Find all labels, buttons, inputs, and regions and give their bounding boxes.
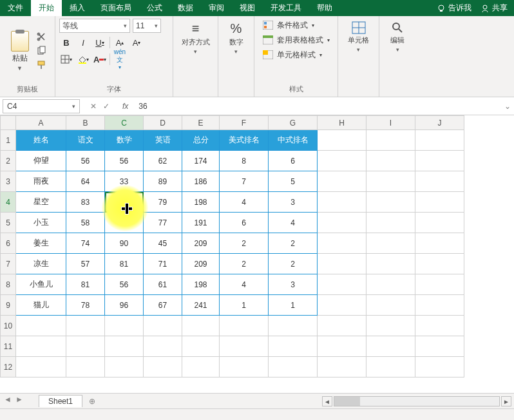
cell[interactable]: 8 [220,151,269,171]
cell[interactable] [105,357,144,377]
cancel-formula-icon[interactable]: ✕ [90,102,97,111]
cell[interactable]: 小玉 [16,213,66,233]
cell[interactable]: 241 [182,295,220,316]
cell[interactable] [415,295,464,316]
cell[interactable]: 89 [144,171,182,192]
cell[interactable]: 2 [269,254,318,274]
cell[interactable]: 英语 [144,130,182,151]
cell[interactable] [366,295,415,316]
cell[interactable]: 1 [269,295,318,316]
cell[interactable] [366,151,415,171]
tab-help[interactable]: 帮助 [309,0,340,16]
cell[interactable]: 198 [182,274,220,295]
cell[interactable] [415,336,464,357]
cell[interactable]: 星空 [16,192,66,213]
cell[interactable] [105,316,144,336]
cell[interactable]: 4 [220,192,269,213]
cell[interactable] [415,357,464,377]
cell[interactable] [415,171,464,192]
row-header[interactable]: 11 [1,336,16,357]
cell[interactable]: 96 [105,295,144,316]
scroll-right-icon[interactable]: ► [501,396,511,406]
cell[interactable]: 64 [66,171,105,192]
row-header[interactable]: 6 [1,233,16,254]
cell[interactable] [366,254,415,274]
cell[interactable] [318,336,366,357]
row-header[interactable]: 8 [1,274,16,295]
row-header[interactable]: 12 [1,357,16,377]
column-header[interactable]: G [269,116,318,130]
paste-button[interactable]: 粘贴 ▼ [8,28,32,74]
cell[interactable]: 6 [269,151,318,171]
cell[interactable]: 总分 [182,130,220,151]
tab-review[interactable]: 审阅 [201,0,232,16]
column-header[interactable]: F [220,116,269,130]
formula-input[interactable]: 36 [133,102,501,111]
cell[interactable]: 209 [182,233,220,254]
cell[interactable]: 4 [269,213,318,233]
cell[interactable] [16,316,66,336]
cell[interactable]: 83 [66,192,105,213]
cell[interactable]: 4 [220,274,269,295]
column-header[interactable]: C [105,116,144,130]
cell[interactable]: 58 [66,213,105,233]
expand-formula-bar-icon[interactable]: ⌄ [501,102,514,111]
cell[interactable] [16,357,66,377]
cell[interactable]: 56 [105,274,144,295]
cell[interactable] [415,130,464,151]
row-header[interactable]: 2 [1,151,16,171]
row-header[interactable]: 3 [1,171,16,192]
cell[interactable] [269,316,318,336]
cell[interactable]: 81 [105,254,144,274]
row-header[interactable]: 1 [1,130,16,151]
cell[interactable]: 71 [144,254,182,274]
cell[interactable]: 6 [220,213,269,233]
sheet-tab[interactable]: Sheet1 [39,395,82,407]
bold-button[interactable]: B [59,35,73,50]
cell[interactable] [269,336,318,357]
increase-font-icon[interactable]: A▴ [113,35,127,50]
tab-insert[interactable]: 插入 [62,0,93,16]
scroll-left-icon[interactable]: ◄ [322,396,332,406]
fx-icon[interactable]: fx [117,102,133,111]
scroll-thumb[interactable] [334,397,360,406]
tab-developer[interactable]: 开发工具 [263,0,309,16]
cell[interactable]: 1 [220,295,269,316]
cell[interactable] [318,130,366,151]
font-color-button[interactable]: A▾ [93,52,107,66]
tab-file[interactable]: 文件 [0,0,31,16]
select-all-corner[interactable] [1,116,16,130]
cell[interactable] [318,171,366,192]
cell[interactable]: 74 [66,233,105,254]
cell[interactable] [366,130,415,151]
font-size-combo[interactable]: 11▾ [133,19,161,33]
sheet-next-icon[interactable]: ► [15,395,23,404]
cell[interactable] [415,192,464,213]
phonetic-button[interactable]: wén文▾ [113,52,127,66]
format-painter-icon[interactable] [35,60,47,70]
cell[interactable]: 语文 [66,130,105,151]
cell[interactable]: 3 [269,192,318,213]
cell[interactable]: 5 [269,171,318,192]
column-header[interactable]: B [66,116,105,130]
tell-me[interactable]: 告诉我 [437,3,471,14]
cell[interactable]: 62 [144,151,182,171]
cell[interactable] [144,316,182,336]
row-header[interactable]: 4 [1,192,16,213]
cell[interactable] [269,357,318,377]
tab-formulas[interactable]: 公式 [139,0,170,16]
tab-data[interactable]: 数据 [170,0,201,16]
cell[interactable]: 45 [144,233,182,254]
cell[interactable]: 数学 [105,130,144,151]
column-header[interactable]: A [16,116,66,130]
cell[interactable] [182,357,220,377]
cell[interactable]: 57 [66,254,105,274]
cell[interactable] [220,336,269,357]
sheet-nav[interactable]: ◄ ► [4,395,23,404]
tab-view[interactable]: 视图 [232,0,263,16]
cell[interactable]: 仰望 [16,151,66,171]
alignment-button[interactable]: ≡ 对齐方式 ▾ [178,19,214,57]
copy-icon[interactable] [35,46,47,56]
cell[interactable]: 81 [66,274,105,295]
sheet-prev-icon[interactable]: ◄ [4,395,12,404]
